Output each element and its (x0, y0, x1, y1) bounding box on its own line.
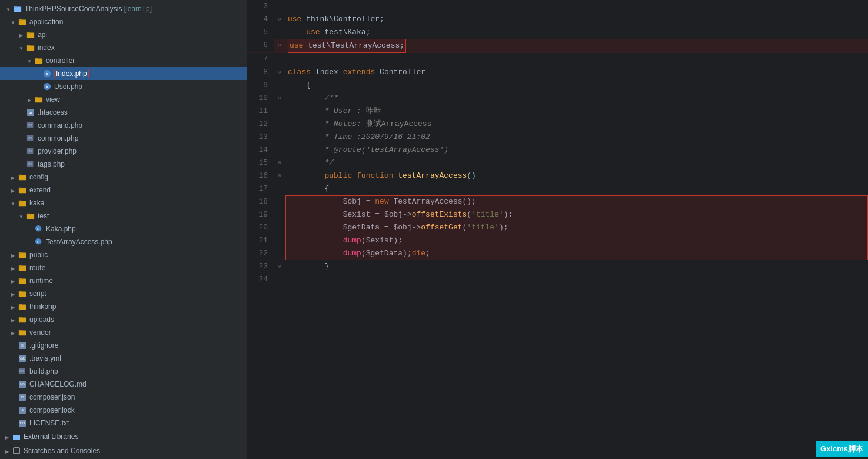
sidebar-item-api[interactable]: api (0, 28, 247, 41)
fold-icon-8[interactable]: ⊖ (278, 66, 281, 79)
folder-icon (34, 95, 44, 104)
spacer (18, 122, 25, 129)
spacer (18, 109, 25, 116)
fold-icon-4[interactable]: ⊖ (278, 13, 281, 26)
svg-text:P: P (46, 85, 48, 89)
scratches-consoles-item[interactable]: Scratches and Consoles (0, 444, 247, 458)
sidebar-label-travisyml: .travis.yml (29, 354, 61, 362)
sidebar-item-htaccess[interactable]: HT .htaccess (0, 106, 247, 119)
sidebar-item-testarrayphp[interactable]: P TestArrayAccess.php (0, 235, 247, 248)
arrow-right-icon (9, 316, 16, 323)
sidebar: ThinkPHPSourceCodeAnalysis [learnTp] app… (0, 0, 247, 459)
sidebar-item-buildphp[interactable]: php build.php (0, 365, 247, 378)
sidebar-item-indexphp[interactable]: P Index.php (0, 67, 247, 80)
folder-icon (18, 276, 27, 285)
sidebar-item-project[interactable]: ThinkPHPSourceCodeAnalysis [learnTp] (0, 2, 247, 15)
svg-rect-39 (19, 252, 22, 254)
line-content-8: class Index extends Controller (285, 66, 868, 79)
sidebar-item-runtime[interactable]: runtime (0, 274, 247, 287)
line-num-20: 20 (247, 221, 274, 234)
line-content-9: { (285, 79, 868, 92)
sidebar-label-application: application (29, 18, 63, 26)
code-line-4: 4 ⊖ use think\Controller; (247, 13, 868, 26)
sidebar-item-index-folder[interactable]: index (0, 41, 247, 54)
watermark-text: GxIcms脚本 (820, 444, 863, 453)
scratches-icon (12, 446, 21, 455)
sidebar-item-application[interactable]: application (0, 15, 247, 28)
sidebar-item-route[interactable]: route (0, 261, 247, 274)
sidebar-item-test[interactable]: test (0, 209, 247, 222)
sidebar-label-config: config (29, 173, 48, 181)
sidebar-item-view[interactable]: view (0, 93, 247, 106)
line-num-18: 18 (247, 195, 274, 208)
sidebar-label-tagsphp: tags.php (38, 160, 65, 168)
sidebar-item-composerjson[interactable]: JS composer.json (0, 391, 247, 404)
arrow-down-icon (5, 5, 12, 12)
sidebar-item-extend[interactable]: extend (0, 184, 247, 197)
sidebar-item-uploads[interactable]: uploads (0, 313, 247, 326)
svg-rect-33 (27, 214, 30, 215)
svg-text:php: php (28, 149, 33, 152)
sidebar-item-travisyml[interactable]: YML .travis.yml (0, 352, 247, 365)
fold-icon-23[interactable]: ⊖ (278, 260, 281, 273)
svg-rect-29 (19, 188, 22, 189)
sidebar-item-commandphp[interactable]: php command.php (0, 119, 247, 132)
spacer (26, 238, 33, 245)
svg-rect-4 (27, 33, 34, 38)
line-num-9: 9 (247, 79, 274, 92)
fold-icon-6[interactable]: ⊖ (278, 39, 281, 52)
sidebar-label-vendor: vendor (29, 328, 51, 337)
spacer (18, 161, 25, 168)
code-line-3: 3 (247, 0, 868, 13)
external-libraries-item[interactable]: External Libraries (0, 430, 247, 444)
spacer (9, 368, 16, 375)
line-content-7 (285, 53, 868, 66)
fold-icon-10[interactable]: ⊖ (278, 92, 281, 105)
line-num-21: 21 (247, 234, 274, 247)
code-line-18: 18 $obj = new TestArrayAccess(); (247, 195, 868, 208)
sidebar-item-providerphp[interactable]: php provider.php (0, 145, 247, 158)
arrow-down-icon (18, 44, 25, 51)
sidebar-tree: ThinkPHPSourceCodeAnalysis [learnTp] app… (0, 0, 247, 428)
fold-icon-15[interactable]: ⊖ (278, 157, 281, 169)
line-num-4: 4 (247, 13, 274, 26)
sidebar-label-commonphp: common.php (38, 134, 78, 142)
code-editor[interactable]: 3 4 ⊖ use think\Controller; 5 use test\K… (247, 0, 868, 459)
folder-icon (26, 43, 35, 52)
sidebar-item-public[interactable]: public (0, 248, 247, 261)
sidebar-item-composerlock[interactable]: LK composer.lock (0, 404, 247, 417)
highlighted-block: 18 $obj = new TestArrayAccess(); 19 $exi… (247, 195, 868, 260)
sidebar-item-thinkphp[interactable]: thinkphp (0, 300, 247, 313)
svg-rect-51 (19, 330, 22, 331)
sidebar-item-changelogmd[interactable]: MD CHANGELOG.md (0, 378, 247, 391)
sidebar-item-vendor[interactable]: vendor (0, 326, 247, 339)
sidebar-item-kaka[interactable]: kaka (0, 197, 247, 209)
spacer (34, 83, 41, 90)
svg-rect-44 (19, 292, 26, 297)
sidebar-item-config[interactable]: config (0, 171, 247, 184)
gutter-8: ⊖ (274, 66, 285, 79)
arrow-right-icon (4, 433, 11, 440)
fold-icon-16[interactable]: ⊖ (278, 169, 281, 182)
watermark: GxIcms脚本 (816, 441, 868, 457)
arrow-right-icon (9, 277, 16, 284)
sidebar-item-kakaphp[interactable]: P Kaka.php (0, 222, 247, 235)
line-content-17: { (285, 182, 868, 195)
sidebar-label-public: public (29, 251, 48, 259)
folder-icon (18, 172, 27, 182)
code-line-6: 6 ⊖ use test\TestArrayAccess; (247, 39, 868, 53)
folder-icon (26, 30, 35, 39)
sidebar-bottom: External Libraries Scratches and Console… (0, 428, 247, 459)
spacer (9, 394, 16, 401)
sidebar-item-tagsphp[interactable]: php tags.php (0, 158, 247, 171)
code-line-8: 8 ⊖ class Index extends Controller (247, 66, 868, 79)
svg-text:php: php (19, 369, 25, 372)
sidebar-item-licensetxt[interactable]: TXT LICENSE.txt (0, 417, 247, 428)
arrow-right-icon (9, 251, 16, 258)
sidebar-item-script[interactable]: script (0, 287, 247, 300)
sidebar-item-userphp[interactable]: P User.php (0, 80, 247, 93)
sidebar-item-commonphp[interactable]: php common.php (0, 132, 247, 145)
sidebar-item-controller[interactable]: controller (0, 54, 247, 67)
sidebar-item-gitignore[interactable]: GI .gitignore (0, 339, 247, 352)
folder-icon (18, 185, 27, 195)
